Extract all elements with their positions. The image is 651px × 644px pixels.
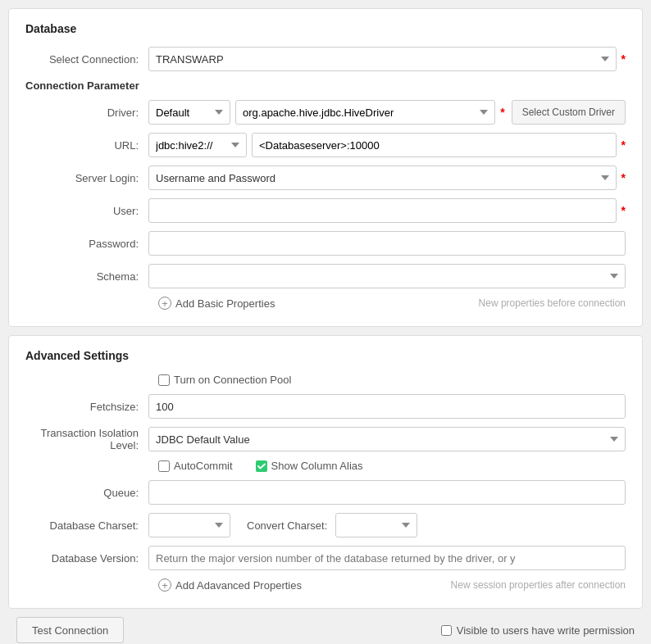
password-label: Password: [25,238,148,250]
autocommit-label[interactable]: AutoCommit [158,460,233,472]
fetchsize-row: Fetchsize: [25,394,626,419]
advanced-section: Advanced Settings Turn on Connection Poo… [8,335,643,609]
url-label: URL: [25,139,148,152]
url-row: URL: jdbc:hive2:// * [25,133,626,157]
turn-on-pool-checkbox[interactable] [158,374,170,386]
fetchsize-input[interactable] [148,394,626,419]
autocommit-checkbox[interactable] [158,460,170,472]
driver-value-select[interactable]: org.apache.hive.jdbc.HiveDriver [235,100,495,125]
charset-row: Database Charset: Convert Charset: [25,513,626,537]
password-input[interactable] [148,231,626,256]
turn-on-pool-label[interactable]: Turn on Connection Pool [158,374,291,386]
transaction-select[interactable]: JDBC Default Value [148,427,626,451]
add-advanced-properties-button[interactable]: + Add Adavanced Properties [158,578,302,592]
footer-right: Visible to users have write permission [441,624,635,637]
add-basic-properties-button[interactable]: + Add Basic Properties [158,297,275,310]
select-connection-required: * [621,52,626,66]
fetchsize-label: Fetchsize: [25,401,148,413]
convert-charset-label: Convert Charset: [247,519,327,532]
server-login-required: * [621,171,626,184]
url-required: * [621,138,626,152]
server-login-select[interactable]: Username and Password [148,166,617,190]
user-input[interactable] [148,198,617,223]
show-column-alias-label[interactable]: Show Column Alias [256,460,363,472]
queue-row: Queue: [25,480,626,505]
password-row: Password: [25,231,626,256]
transaction-row: Transaction Isolation Level: JDBC Defaul… [25,427,626,451]
select-connection-dropdown[interactable]: TRANSWARP [148,47,617,71]
queue-label: Queue: [25,487,148,499]
database-section: Database Select Connection: TRANSWARP * … [8,8,643,327]
autocommit-alias-row: AutoCommit Show Column Alias [25,460,626,472]
driver-row: Driver: Default org.apache.hive.jdbc.Hiv… [25,100,626,125]
database-section-title: Database [25,22,626,35]
driver-required: * [500,106,504,119]
url-prefix-select[interactable]: jdbc:hive2:// [148,133,247,157]
url-value-input[interactable] [252,133,617,157]
database-charset-select[interactable] [148,513,230,537]
select-connection-label: Select Connection: [25,53,148,66]
select-custom-driver-button[interactable]: Select Custom Driver [512,100,626,125]
server-login-row: Server Login: Username and Password * [25,166,626,190]
database-charset-label: Database Charset: [25,519,148,532]
connection-parameter-title: Connection Parameter [25,79,626,92]
show-column-alias-checked-icon [256,460,267,472]
test-connection-button[interactable]: Test Connection [16,617,124,643]
schema-row: Schema: [25,264,626,288]
queue-input[interactable] [148,480,626,505]
schema-select[interactable] [148,264,626,288]
turn-on-pool-row: Turn on Connection Pool [25,374,626,386]
add-basic-properties-row: + Add Basic Properties New properties be… [25,297,626,310]
schema-label: Schema: [25,270,148,283]
database-version-input[interactable] [148,546,626,570]
plus-circle-adv-icon: + [158,578,171,592]
visible-permission-checkbox[interactable] [441,625,452,636]
database-version-row: Database Version: [25,546,626,570]
user-row: User: * [25,198,626,223]
user-label: User: [25,205,148,217]
user-required: * [621,204,626,217]
add-advanced-properties-row: + Add Adavanced Properties New session p… [25,578,626,592]
advanced-section-title: Advanced Settings [25,349,626,362]
transaction-label: Transaction Isolation Level: [25,427,148,451]
convert-charset-select[interactable] [335,513,417,537]
plus-circle-icon: + [158,297,171,310]
footer-row: Test Connection Visible to users have wr… [8,617,643,643]
advanced-properties-hint: New session properties after connection [451,579,626,591]
properties-hint: New properties before connection [479,297,626,309]
driver-type-select[interactable]: Default [148,100,230,125]
database-version-label: Database Version: [25,552,148,565]
select-connection-row: Select Connection: TRANSWARP * [25,47,626,71]
driver-label: Driver: [25,107,148,119]
server-login-label: Server Login: [25,172,148,184]
